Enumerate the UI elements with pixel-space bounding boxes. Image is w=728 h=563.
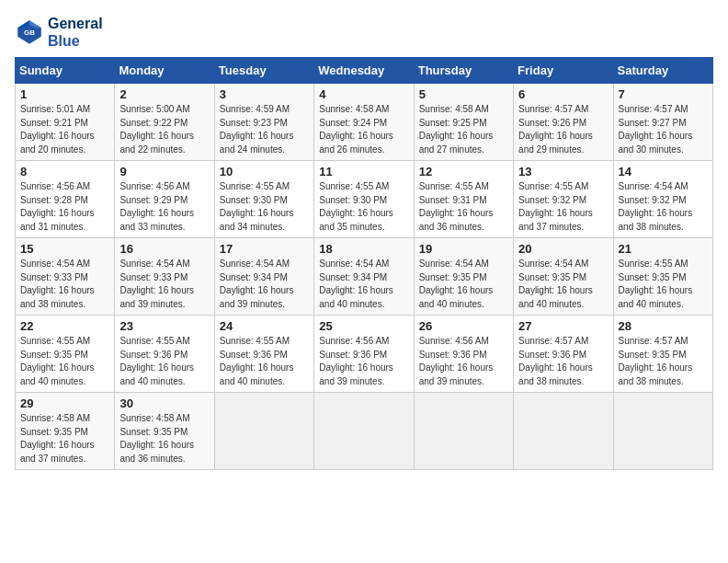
calendar-cell: 11Sunrise: 4:55 AM Sunset: 9:30 PM Dayli…: [314, 161, 414, 238]
logo: GB General Blue: [15, 15, 103, 50]
day-detail: Sunrise: 4:58 AM Sunset: 9:35 PM Dayligh…: [119, 412, 209, 465]
day-detail: Sunrise: 4:57 AM Sunset: 9:36 PM Dayligh…: [518, 335, 608, 388]
day-detail: Sunrise: 4:57 AM Sunset: 9:27 PM Dayligh…: [619, 103, 708, 156]
calendar-cell: 22Sunrise: 4:55 AM Sunset: 9:35 PM Dayli…: [16, 316, 115, 393]
day-detail: Sunrise: 5:01 AM Sunset: 9:21 PM Dayligh…: [20, 103, 109, 156]
day-number: 22: [20, 319, 109, 333]
calendar-cell: 19Sunrise: 4:54 AM Sunset: 9:35 PM Dayli…: [414, 238, 513, 316]
calendar-cell: 1Sunrise: 5:01 AM Sunset: 9:21 PM Daylig…: [16, 84, 115, 161]
calendar-cell: 4Sunrise: 4:58 AM Sunset: 9:24 PM Daylig…: [314, 84, 414, 161]
day-detail: Sunrise: 4:56 AM Sunset: 9:36 PM Dayligh…: [419, 335, 508, 388]
calendar-cell: [314, 393, 414, 470]
header-saturday: Saturday: [613, 58, 712, 84]
day-detail: Sunrise: 4:56 AM Sunset: 9:28 PM Dayligh…: [20, 180, 109, 234]
calendar-cell: 24Sunrise: 4:55 AM Sunset: 9:36 PM Dayli…: [214, 316, 313, 393]
day-number: 20: [518, 242, 608, 256]
header-sunday: Sunday: [16, 58, 115, 84]
calendar-cell: 26Sunrise: 4:56 AM Sunset: 9:36 PM Dayli…: [414, 316, 513, 393]
day-detail: Sunrise: 4:55 AM Sunset: 9:30 PM Dayligh…: [319, 180, 408, 234]
day-number: 14: [619, 165, 708, 178]
day-detail: Sunrise: 4:54 AM Sunset: 9:32 PM Dayligh…: [619, 180, 708, 234]
day-detail: Sunrise: 4:55 AM Sunset: 9:35 PM Dayligh…: [20, 335, 109, 388]
header-wednesday: Wednesday: [314, 58, 414, 84]
day-number: 9: [119, 165, 209, 178]
day-number: 21: [619, 242, 708, 256]
calendar-cell: [613, 393, 712, 470]
header-monday: Monday: [115, 58, 214, 84]
day-number: 18: [319, 242, 408, 256]
day-number: 19: [419, 242, 508, 256]
day-number: 7: [619, 87, 708, 101]
day-number: 29: [20, 396, 109, 410]
week-row-1: 1Sunrise: 5:01 AM Sunset: 9:21 PM Daylig…: [16, 84, 713, 161]
day-detail: Sunrise: 4:55 AM Sunset: 9:36 PM Dayligh…: [119, 335, 209, 388]
day-detail: Sunrise: 4:55 AM Sunset: 9:32 PM Dayligh…: [518, 180, 608, 234]
day-detail: Sunrise: 4:54 AM Sunset: 9:34 PM Dayligh…: [319, 258, 408, 311]
day-detail: Sunrise: 4:54 AM Sunset: 9:35 PM Dayligh…: [518, 258, 608, 311]
calendar-cell: 7Sunrise: 4:57 AM Sunset: 9:27 PM Daylig…: [613, 84, 712, 161]
header-tuesday: Tuesday: [214, 58, 313, 84]
day-number: 16: [119, 242, 209, 256]
calendar-cell: 27Sunrise: 4:57 AM Sunset: 9:36 PM Dayli…: [514, 316, 613, 393]
calendar-cell: 16Sunrise: 4:54 AM Sunset: 9:33 PM Dayli…: [115, 238, 214, 316]
calendar-cell: [514, 393, 613, 470]
calendar-cell: 29Sunrise: 4:58 AM Sunset: 9:35 PM Dayli…: [16, 393, 115, 470]
day-number: 5: [419, 87, 508, 101]
calendar-cell: 5Sunrise: 4:58 AM Sunset: 9:25 PM Daylig…: [414, 84, 513, 161]
day-number: 3: [220, 87, 309, 101]
calendar-cell: 15Sunrise: 4:54 AM Sunset: 9:33 PM Dayli…: [16, 238, 115, 316]
day-number: 8: [20, 165, 109, 178]
day-number: 23: [119, 319, 209, 333]
week-row-4: 22Sunrise: 4:55 AM Sunset: 9:35 PM Dayli…: [16, 316, 713, 393]
header-friday: Friday: [514, 58, 613, 84]
week-row-2: 8Sunrise: 4:56 AM Sunset: 9:28 PM Daylig…: [16, 161, 713, 238]
day-detail: Sunrise: 4:55 AM Sunset: 9:36 PM Dayligh…: [220, 335, 309, 388]
day-detail: Sunrise: 4:58 AM Sunset: 9:35 PM Dayligh…: [20, 412, 109, 465]
day-detail: Sunrise: 4:55 AM Sunset: 9:30 PM Dayligh…: [220, 180, 309, 234]
day-number: 12: [419, 165, 508, 178]
week-row-3: 15Sunrise: 4:54 AM Sunset: 9:33 PM Dayli…: [16, 238, 713, 316]
calendar-body: 1Sunrise: 5:01 AM Sunset: 9:21 PM Daylig…: [16, 84, 713, 470]
calendar-cell: 13Sunrise: 4:55 AM Sunset: 9:32 PM Dayli…: [514, 161, 613, 238]
calendar-cell: 28Sunrise: 4:57 AM Sunset: 9:35 PM Dayli…: [613, 316, 712, 393]
day-number: 4: [319, 87, 408, 101]
day-detail: Sunrise: 4:54 AM Sunset: 9:33 PM Dayligh…: [20, 258, 109, 311]
logo-general: General: [48, 15, 103, 32]
day-number: 27: [518, 319, 608, 333]
calendar-cell: 9Sunrise: 4:56 AM Sunset: 9:29 PM Daylig…: [115, 161, 214, 238]
calendar-cell: 12Sunrise: 4:55 AM Sunset: 9:31 PM Dayli…: [414, 161, 513, 238]
day-number: 15: [20, 242, 109, 256]
calendar-cell: [414, 393, 513, 470]
calendar-header-row: SundayMondayTuesdayWednesdayThursdayFrid…: [16, 58, 713, 84]
day-detail: Sunrise: 4:56 AM Sunset: 9:36 PM Dayligh…: [319, 335, 408, 388]
day-number: 26: [419, 319, 508, 333]
day-detail: Sunrise: 4:55 AM Sunset: 9:35 PM Dayligh…: [619, 258, 708, 311]
calendar-cell: 14Sunrise: 4:54 AM Sunset: 9:32 PM Dayli…: [613, 161, 712, 238]
svg-text:GB: GB: [24, 29, 35, 37]
day-detail: Sunrise: 4:58 AM Sunset: 9:24 PM Dayligh…: [319, 103, 408, 156]
day-detail: Sunrise: 4:57 AM Sunset: 9:26 PM Dayligh…: [518, 103, 608, 156]
day-detail: Sunrise: 4:56 AM Sunset: 9:29 PM Dayligh…: [119, 180, 209, 234]
day-detail: Sunrise: 4:54 AM Sunset: 9:33 PM Dayligh…: [119, 258, 209, 311]
day-number: 25: [319, 319, 408, 333]
calendar-cell: 17Sunrise: 4:54 AM Sunset: 9:34 PM Dayli…: [214, 238, 313, 316]
day-number: 30: [119, 396, 209, 410]
day-number: 1: [20, 87, 109, 101]
day-number: 13: [518, 165, 608, 178]
calendar-cell: 23Sunrise: 4:55 AM Sunset: 9:36 PM Dayli…: [115, 316, 214, 393]
day-detail: Sunrise: 5:00 AM Sunset: 9:22 PM Dayligh…: [119, 103, 209, 156]
day-number: 6: [518, 87, 608, 101]
calendar-table: SundayMondayTuesdayWednesdayThursdayFrid…: [15, 57, 713, 470]
day-number: 28: [619, 319, 708, 333]
week-row-5: 29Sunrise: 4:58 AM Sunset: 9:35 PM Dayli…: [16, 393, 713, 470]
day-detail: Sunrise: 4:59 AM Sunset: 9:23 PM Dayligh…: [220, 103, 309, 156]
calendar-cell: 20Sunrise: 4:54 AM Sunset: 9:35 PM Dayli…: [514, 238, 613, 316]
header-thursday: Thursday: [414, 58, 513, 84]
day-number: 11: [319, 165, 408, 178]
calendar-cell: 25Sunrise: 4:56 AM Sunset: 9:36 PM Dayli…: [314, 316, 414, 393]
calendar-cell: [214, 393, 313, 470]
calendar-cell: 18Sunrise: 4:54 AM Sunset: 9:34 PM Dayli…: [314, 238, 414, 316]
calendar-cell: 10Sunrise: 4:55 AM Sunset: 9:30 PM Dayli…: [214, 161, 313, 238]
day-detail: Sunrise: 4:54 AM Sunset: 9:35 PM Dayligh…: [419, 258, 508, 311]
calendar-cell: 2Sunrise: 5:00 AM Sunset: 9:22 PM Daylig…: [115, 84, 214, 161]
